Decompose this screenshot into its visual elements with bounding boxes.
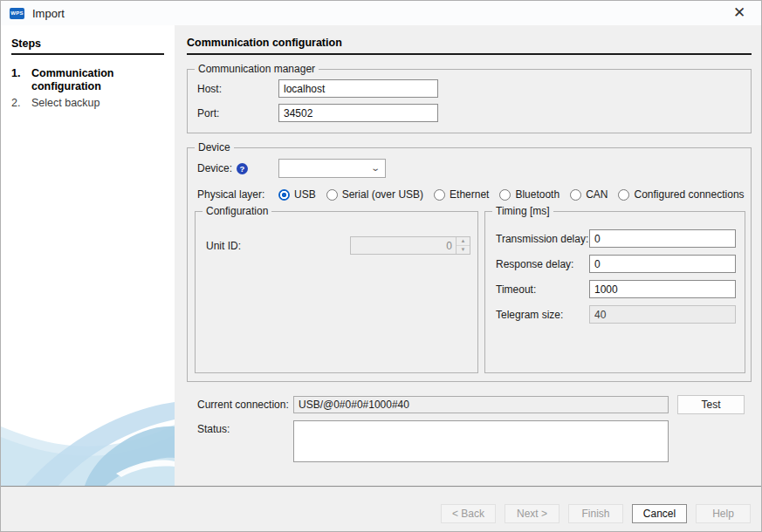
transmission-delay-label: Transmission delay:	[496, 233, 589, 245]
timeout-input[interactable]	[589, 280, 736, 298]
steps-heading: Steps	[11, 38, 164, 55]
transmission-delay-input[interactable]	[589, 229, 736, 248]
radio-serial-over-usb[interactable]: Serial (over USB)	[326, 188, 423, 201]
finish-button: Finish	[568, 504, 623, 523]
radio-usb[interactable]: USB	[278, 188, 316, 201]
response-delay-input[interactable]	[589, 255, 736, 273]
radio-ethernet[interactable]: Ethernet	[434, 188, 489, 201]
step-label: Select backup	[31, 97, 100, 110]
radio-configured-connections[interactable]: Configured connections	[618, 188, 744, 201]
group-legend: Timing [ms]	[492, 205, 553, 218]
step-number: 1.	[11, 67, 31, 93]
radio-button-icon	[618, 189, 629, 201]
device-label: Device:	[197, 162, 232, 174]
radio-button-icon	[499, 189, 511, 201]
decorative-swirl-graphic	[1, 381, 175, 486]
current-connection-label: Current connection:	[197, 399, 293, 411]
radio-can[interactable]: CAN	[570, 188, 608, 201]
window-title: Import	[32, 7, 65, 20]
unit-id-label: Unit ID:	[206, 240, 350, 252]
radio-label: Serial (over USB)	[342, 188, 423, 201]
port-label: Port:	[197, 107, 278, 119]
cancel-button[interactable]: Cancel	[632, 504, 687, 523]
radio-button-icon	[434, 189, 445, 201]
radio-button-icon	[570, 189, 581, 201]
radio-label: Bluetooth	[515, 188, 559, 201]
device-select[interactable]: ⌄	[278, 159, 386, 178]
group-legend: Configuration	[203, 205, 271, 218]
radio-label: Configured connections	[634, 188, 744, 201]
group-legend: Device	[195, 141, 234, 154]
steps-list: 1. Communication configuration 2. Select…	[1, 67, 175, 110]
status-label: Status:	[197, 420, 293, 435]
device-group: Device Device: ? ⌄ Physical layer:	[187, 147, 752, 382]
page-title: Communication configuration	[187, 37, 752, 55]
telegram-size-label: Telegram size:	[496, 309, 589, 321]
wizard-footer: < Back Next > Finish Cancel Help	[1, 486, 761, 531]
spin-up-icon: ▲	[457, 237, 470, 246]
import-wizard-window: WPS Import ✕ Steps 1. Communication conf…	[0, 0, 762, 532]
step-label: Communication configuration	[31, 67, 166, 93]
configuration-group: Configuration Unit ID: ▲ ▼	[195, 211, 478, 373]
chevron-down-icon: ⌄	[370, 164, 381, 173]
unit-id-stepper: ▲ ▼	[350, 236, 470, 255]
radio-button-icon	[326, 189, 338, 201]
radio-label: USB	[294, 188, 316, 201]
response-delay-label: Response delay:	[496, 258, 589, 270]
test-button[interactable]: Test	[677, 395, 745, 414]
radio-label: Ethernet	[450, 188, 489, 201]
group-legend: Communication manager	[195, 63, 319, 76]
spin-down-icon: ▼	[457, 246, 470, 254]
telegram-size-input	[589, 305, 736, 324]
steps-sidebar: Steps 1. Communication configuration 2. …	[1, 25, 175, 486]
back-button: < Back	[441, 504, 496, 523]
app-icon: WPS	[10, 8, 24, 19]
communication-manager-group: Communication manager Host: Port:	[187, 69, 752, 133]
status-field[interactable]	[293, 420, 669, 462]
titlebar: WPS Import ✕	[1, 1, 761, 25]
port-input[interactable]	[278, 104, 438, 122]
close-icon[interactable]: ✕	[730, 3, 749, 23]
step-item-communication-configuration: 1. Communication configuration	[11, 67, 166, 93]
radio-label: CAN	[586, 188, 608, 201]
radio-button-icon	[278, 189, 290, 201]
radio-bluetooth[interactable]: Bluetooth	[499, 188, 559, 201]
current-connection-field	[293, 396, 669, 413]
physical-layer-radio-group: USB Serial (over USB) Ethernet Blue	[278, 188, 745, 201]
next-button: Next >	[505, 504, 559, 523]
host-input[interactable]	[278, 79, 438, 98]
help-icon[interactable]: ?	[237, 163, 248, 174]
spinner-arrows: ▲ ▼	[456, 237, 470, 254]
step-item-select-backup: 2. Select backup	[11, 97, 166, 110]
timeout-label: Timeout:	[496, 283, 589, 296]
main-panel: Communication configuration Communicatio…	[175, 25, 761, 486]
help-button: Help	[696, 504, 751, 523]
unit-id-input	[351, 237, 456, 254]
physical-layer-label: Physical layer:	[197, 188, 278, 201]
step-number: 2.	[11, 97, 31, 110]
timing-group: Timing [ms] Transmission delay: Response…	[484, 211, 745, 373]
host-label: Host:	[197, 83, 278, 95]
